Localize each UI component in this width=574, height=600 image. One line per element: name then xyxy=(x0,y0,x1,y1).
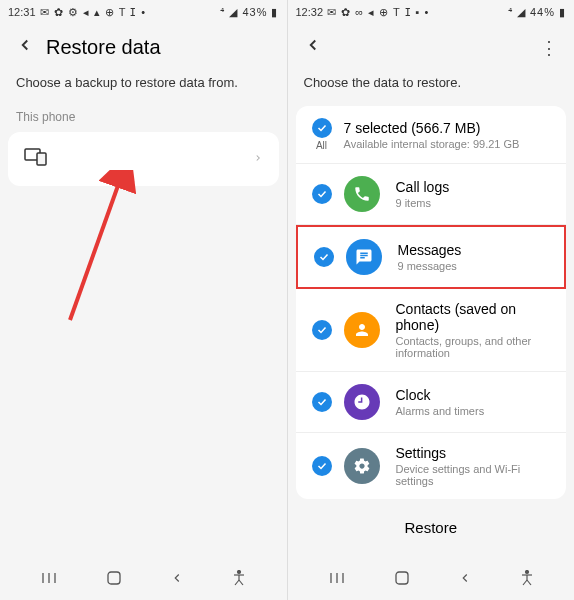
svg-line-10 xyxy=(235,580,239,585)
nav-bar xyxy=(288,560,575,600)
svg-line-11 xyxy=(239,580,243,585)
all-label: All xyxy=(316,140,327,151)
annotation-arrow xyxy=(60,170,140,330)
recents-icon[interactable] xyxy=(40,571,58,589)
item-clock[interactable]: Clock Alarms and timers xyxy=(296,372,567,433)
header: Restore data xyxy=(0,24,287,71)
messages-icon xyxy=(346,239,382,275)
nav-back-icon[interactable] xyxy=(458,571,472,589)
checkbox-messages[interactable] xyxy=(314,247,334,267)
chevron-right-icon xyxy=(253,151,263,168)
choose-data-screen: 12:32 ✉ ✿ ∞ ◂ ⊕ T ⵊ ▪ • ⁴ ◢ 44% ▮ ⋮ Choo… xyxy=(288,0,575,600)
item-title: Clock xyxy=(396,387,551,403)
item-contacts[interactable]: Contacts (saved on phone) Contacts, grou… xyxy=(296,289,567,372)
item-title: Contacts (saved on phone) xyxy=(396,301,551,333)
select-all-row[interactable]: All 7 selected (566.7 MB) Available inte… xyxy=(296,106,567,164)
status-icons-right: ⁴ ◢ 43% ▮ xyxy=(220,6,278,19)
item-subtitle: 9 messages xyxy=(398,260,549,272)
nav-bar xyxy=(0,560,287,600)
accessibility-icon[interactable] xyxy=(232,570,246,590)
header: ⋮ xyxy=(288,24,575,71)
item-subtitle: Device settings and Wi-Fi settings xyxy=(396,463,551,487)
svg-line-2 xyxy=(70,180,120,320)
accessibility-icon[interactable] xyxy=(520,570,534,590)
item-settings[interactable]: Settings Device settings and Wi-Fi setti… xyxy=(296,433,567,499)
status-bar: 12:31 ✉ ✿ ⚙ ◂ ▴ ⊕ T ⵊ • ⁴ ◢ 43% ▮ xyxy=(0,0,287,24)
item-subtitle: 9 items xyxy=(396,197,551,209)
storage-available: Available internal storage: 99.21 GB xyxy=(344,138,551,150)
svg-line-19 xyxy=(523,580,527,585)
restore-data-screen: 12:31 ✉ ✿ ⚙ ◂ ▴ ⊕ T ⵊ • ⁴ ◢ 43% ▮ Restor… xyxy=(0,0,288,600)
page-title: Restore data xyxy=(46,36,161,59)
phone-icon xyxy=(344,176,380,212)
backup-source-card[interactable] xyxy=(8,132,279,186)
checkbox-settings[interactable] xyxy=(312,456,332,476)
item-title: Settings xyxy=(396,445,551,461)
status-icons-left: ✉ ✿ ⚙ ◂ ▴ ⊕ T ⵊ • xyxy=(40,6,147,19)
item-call-logs[interactable]: Call logs 9 items xyxy=(296,164,567,225)
back-icon[interactable] xyxy=(304,36,322,59)
contacts-icon xyxy=(344,312,380,348)
gear-icon xyxy=(344,448,380,484)
back-icon[interactable] xyxy=(16,36,34,59)
status-time: 12:32 xyxy=(296,6,324,18)
selected-summary: 7 selected (566.7 MB) xyxy=(344,120,551,136)
status-icons-left: ✉ ✿ ∞ ◂ ⊕ T ⵊ ▪ • xyxy=(327,6,429,19)
clock-icon xyxy=(344,384,380,420)
status-time: 12:31 xyxy=(8,6,36,18)
more-icon[interactable]: ⋮ xyxy=(540,37,558,59)
svg-rect-1 xyxy=(37,153,46,165)
status-icons-right: ⁴ ◢ 44% ▮ xyxy=(508,6,566,19)
restore-button[interactable]: Restore xyxy=(288,503,575,552)
status-bar: 12:32 ✉ ✿ ∞ ◂ ⊕ T ⵊ ▪ • ⁴ ◢ 44% ▮ xyxy=(288,0,575,24)
svg-point-7 xyxy=(238,571,241,574)
item-title: Call logs xyxy=(396,179,551,195)
restore-items-list: All 7 selected (566.7 MB) Available inte… xyxy=(296,106,567,499)
home-icon[interactable] xyxy=(394,570,410,590)
select-all-checkbox[interactable] xyxy=(312,118,332,138)
svg-rect-6 xyxy=(108,572,120,584)
page-subtitle: Choose the data to restore. xyxy=(288,71,575,102)
item-subtitle: Alarms and timers xyxy=(396,405,551,417)
item-subtitle: Contacts, groups, and other information xyxy=(396,335,551,359)
nav-back-icon[interactable] xyxy=(170,571,184,589)
checkbox-clock[interactable] xyxy=(312,392,332,412)
checkbox-call-logs[interactable] xyxy=(312,184,332,204)
svg-rect-15 xyxy=(396,572,408,584)
svg-point-16 xyxy=(525,571,528,574)
devices-icon xyxy=(24,148,48,170)
section-label: This phone xyxy=(0,102,287,128)
svg-line-20 xyxy=(527,580,531,585)
home-icon[interactable] xyxy=(106,570,122,590)
checkbox-contacts[interactable] xyxy=(312,320,332,340)
recents-icon[interactable] xyxy=(328,571,346,589)
item-title: Messages xyxy=(398,242,549,258)
page-subtitle: Choose a backup to restore data from. xyxy=(0,71,287,102)
item-messages[interactable]: Messages 9 messages xyxy=(296,225,567,289)
